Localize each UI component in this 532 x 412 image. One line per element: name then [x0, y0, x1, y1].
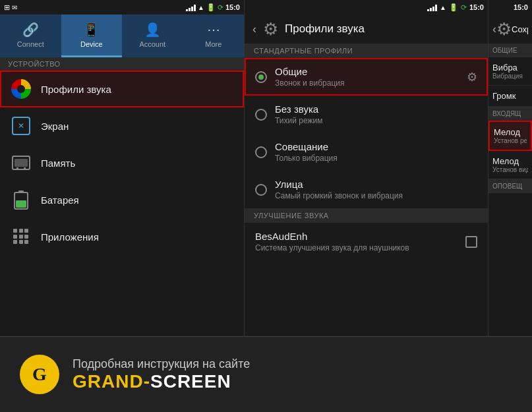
menu-item-apps[interactable]: Приложения	[0, 218, 244, 255]
brand-prefix: GRAND-	[73, 371, 150, 392]
melody2-title: Мелод	[492, 156, 528, 166]
signal-bars	[186, 3, 196, 11]
profile-general-text: Общие Звонок и вибрация	[275, 66, 459, 88]
panel3-item-melody2[interactable]: Мелод Установ видеов	[488, 151, 532, 179]
radio-general	[255, 71, 267, 83]
volume-title: Громк	[492, 91, 528, 101]
profile-meeting-desc: Только вибрация	[275, 154, 477, 163]
menu-sound-label: Профили звука	[41, 84, 111, 95]
profile-meeting-text: Совещание Только вибрация	[275, 141, 477, 163]
enhance-item[interactable]: BesAudEnh Система улучшения звука для на…	[245, 223, 488, 260]
bar4	[194, 5, 196, 11]
tab-device[interactable]: 📱 Device	[61, 15, 123, 57]
sync-icon-p2: ⟳	[461, 3, 467, 12]
panel-sound-profiles: ▲ 🔋 ⟳ 15:0 ‹ ⚙ Профили звука СТАНДАРТНЫЕ…	[244, 0, 488, 336]
status-icons-right: ▲ 🔋 ⟳ 15:0	[186, 3, 240, 12]
panel3-item-melody1[interactable]: Мелод Установ речевых	[488, 121, 532, 151]
device-menu-list: Профили звука Экран Память	[0, 71, 244, 336]
tab-account[interactable]: 👤 Account	[122, 15, 183, 57]
device-section-header: УСТРОЙСТВО	[0, 57, 244, 71]
svg-rect-3	[24, 167, 26, 169]
vibra-desc: Вибрация	[492, 73, 528, 80]
enhance-name: BesAudEnh	[255, 231, 458, 242]
profile-general-gear-icon[interactable]: ⚙	[467, 70, 477, 84]
memory-icon	[11, 152, 32, 173]
panel3-general-section: ОБЩИЕ	[488, 44, 532, 57]
profile-item-street[interactable]: Улица Самый громкий звонок и вибрация	[245, 171, 488, 208]
profile-general-name: Общие	[275, 66, 459, 77]
profile-item-silent[interactable]: Без звука Тихий режим	[245, 96, 488, 133]
device-icon: 📱	[83, 22, 100, 38]
enhance-checkbox[interactable]	[465, 236, 477, 248]
panel3-notif-section: ОПОВЕЩ	[488, 179, 532, 193]
brand-suffix: SCREEN	[150, 371, 231, 392]
apps-icon	[11, 226, 32, 247]
account-icon: 👤	[144, 22, 161, 38]
profile-street-text: Улица Самый громкий звонок и вибрация	[275, 179, 477, 200]
signal-bars-p2	[427, 3, 437, 11]
profile-street-desc: Самый громкий звонок и вибрация	[275, 191, 477, 200]
menu-item-battery[interactable]: Батарея	[0, 181, 244, 218]
melody2-desc: Установ видеов	[492, 166, 528, 173]
profile-item-meeting[interactable]: Совещание Только вибрация	[245, 133, 488, 171]
panel3-gear-icon: ⚙	[496, 19, 512, 40]
panel-device: ⊞ ✉ ▲ 🔋 ⟳ 15:0 🔗 Connect	[0, 0, 244, 336]
tab-connect[interactable]: 🔗 Connect	[0, 15, 61, 57]
screen-icon-wrap	[11, 115, 32, 136]
status-bar-panel3: 15:0	[488, 0, 532, 15]
wifi-icon-p2: ▲	[440, 4, 446, 11]
menu-item-memory[interactable]: Память	[0, 144, 244, 181]
grand-logo-letter: G	[32, 364, 47, 385]
sound-profile-icon	[11, 78, 32, 100]
profile-street-name: Улица	[275, 179, 477, 190]
tab-more-label: More	[205, 40, 222, 48]
profile-silent-name: Без звука	[275, 103, 477, 115]
sound-gear-icon: ⚙	[263, 19, 278, 40]
tab-bar: 🔗 Connect 📱 Device 👤 Account ⋯ More	[0, 15, 244, 57]
radio-street	[255, 184, 267, 196]
tab-more[interactable]: ⋯ More	[183, 15, 245, 57]
profile-silent-desc: Тихий режим	[275, 116, 477, 125]
menu-item-sound[interactable]: Профили звука	[0, 71, 244, 107]
panel3-header: ‹ ⚙ Сохр	[488, 15, 532, 44]
sound-enhance-header: УЛУЧШЕНИЕ ЗВУКА	[245, 208, 488, 223]
grand-logo: G	[20, 355, 59, 394]
melody1-title: Мелод	[494, 127, 527, 137]
radio-inner-general	[258, 74, 264, 80]
svg-rect-1	[15, 159, 28, 167]
back-arrow-icon[interactable]: ‹	[252, 22, 256, 36]
melody1-desc: Установ речевых	[494, 137, 527, 144]
status-bar-panel1: ⊞ ✉ ▲ 🔋 ⟳ 15:0	[0, 0, 244, 15]
tab-connect-label: Connect	[17, 40, 44, 48]
menu-item-screen[interactable]: Экран	[0, 107, 244, 144]
banner-subtitle: Подробная инструкция на сайте	[73, 357, 250, 371]
status-bar-panel2: ▲ 🔋 ⟳ 15:0	[245, 0, 488, 15]
tab-account-label: Account	[139, 40, 165, 48]
status-time-2: 15:0	[469, 3, 484, 11]
android-icon: ⊞	[4, 3, 10, 12]
bar3	[191, 7, 193, 11]
panel3-title: Сохр	[512, 24, 528, 34]
bar2	[189, 8, 191, 11]
enhance-text: BesAudEnh Система улучшения звука для на…	[255, 231, 458, 252]
battery-icon-p2: 🔋	[449, 3, 458, 12]
sync-icon: ⟳	[218, 3, 223, 12]
banner-brand-title: GRAND-SCREEN	[73, 371, 250, 392]
status-time-3: 15:0	[514, 3, 528, 11]
more-icon: ⋯	[207, 22, 220, 38]
svg-rect-5	[18, 191, 24, 193]
radio-meeting	[255, 146, 267, 158]
profile-item-general[interactable]: Общие Звонок и вибрация ⚙	[245, 58, 488, 96]
grand-screen-banner: G Подробная инструкция на сайте GRAND-SC…	[0, 336, 532, 412]
panel2-title: Профили звука	[285, 22, 365, 36]
enhance-desc: Система улучшения звука для наушников	[255, 243, 458, 252]
menu-battery-label: Батарея	[41, 194, 79, 206]
bar1	[186, 9, 188, 11]
profile-general-desc: Звонок и вибрация	[275, 78, 459, 88]
connect-icon: 🔗	[22, 22, 39, 38]
panel3-incoming-section: ВХОДЯЩ	[488, 107, 532, 121]
svg-rect-6	[16, 200, 26, 208]
panel3-item-vibra[interactable]: Вибра Вибрация	[488, 57, 532, 86]
panel3-item-volume[interactable]: Громк	[488, 86, 532, 107]
menu-screen-label: Экран	[41, 121, 69, 132]
